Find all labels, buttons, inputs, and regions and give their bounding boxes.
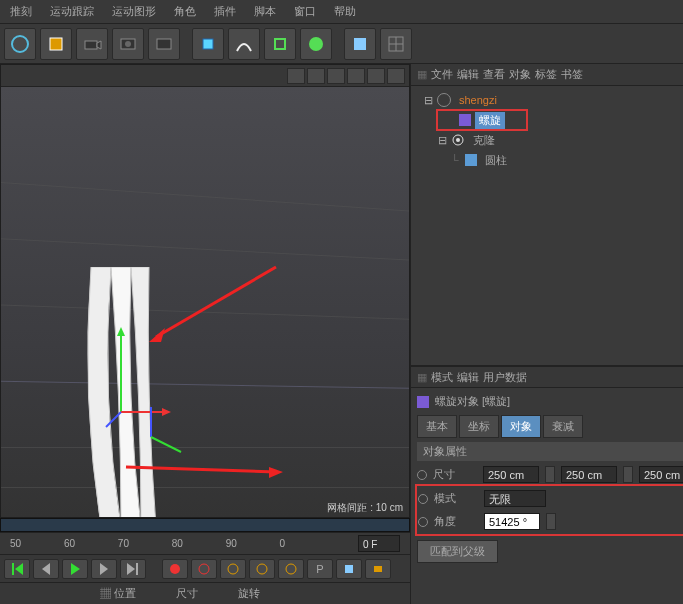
menu-item[interactable]: 脚本 [246,0,284,23]
render-settings-icon[interactable] [148,28,180,60]
size-y-field[interactable]: 250 cm [561,466,617,483]
key-opt-icon[interactable] [365,559,391,579]
svg-rect-8 [275,39,285,49]
goto-end-icon[interactable] [120,559,146,579]
grid-icon[interactable] [380,28,412,60]
record-icon[interactable] [162,559,188,579]
render-icon[interactable] [112,28,144,60]
floor-icon[interactable] [344,28,376,60]
size-z-field[interactable]: 250 cm [639,466,683,483]
object-name[interactable]: 圆柱 [481,152,511,169]
timeline-ruler[interactable]: 50 60 70 80 90 0 0 F [0,532,410,554]
ruler-tick: 70 [118,538,129,549]
angle-label: 角度 [434,514,478,529]
spinner-icon[interactable] [546,513,556,530]
viewport-btn[interactable] [327,68,345,84]
object-name[interactable]: shengzi [455,93,501,107]
anim-radio[interactable] [418,517,428,527]
key-pla-icon[interactable] [336,559,362,579]
deformer-icon[interactable] [300,28,332,60]
tree-row-cylinder[interactable]: └ 圆柱 [415,150,683,170]
om-menu-item[interactable]: 书签 [561,67,583,82]
svg-line-18 [106,412,121,427]
annotation-arrow [141,262,281,352]
spline-tool-icon[interactable] [228,28,260,60]
menu-item[interactable]: 角色 [166,0,204,23]
goto-start-icon[interactable] [4,559,30,579]
generator-icon[interactable] [264,28,296,60]
menu-item[interactable]: 帮助 [326,0,364,23]
tree-row-cloner[interactable]: ⊟ 克隆 ✓ [415,130,683,150]
viewport[interactable]: 网格间距 : 10 cm [0,64,410,518]
expand-icon[interactable]: ⊟ [437,134,447,147]
coord-tab-size[interactable]: 尺寸 [176,586,198,601]
coord-tab-rotation[interactable]: 旋转 [238,586,260,601]
prev-key-icon[interactable] [33,559,59,579]
camera-tool-icon[interactable] [76,28,108,60]
autokey-icon[interactable] [191,559,217,579]
key-param-icon[interactable]: P [307,559,333,579]
fit-to-parent-button[interactable]: 匹配到父级 [417,540,498,563]
cube-tool-icon[interactable] [40,28,72,60]
tree-row-twist[interactable]: 螺旋 [437,110,527,130]
attr-row-size: 尺寸 250 cm 250 cm 250 cm [417,463,683,486]
svg-rect-7 [203,39,213,49]
size-x-field[interactable]: 250 cm [483,466,539,483]
ruler-tick: 50 [10,538,21,549]
spinner-icon[interactable] [623,466,633,483]
om-menu-item[interactable]: 对象 [509,67,531,82]
primitive-cube-icon[interactable] [192,28,224,60]
attr-menu-item[interactable]: 用户数据 [483,370,527,385]
viewport-btn[interactable] [287,68,305,84]
anim-radio[interactable] [417,470,427,480]
om-menu-item[interactable]: 编辑 [457,67,479,82]
menu-item[interactable]: 窗口 [286,0,324,23]
attr-menu-item[interactable]: 模式 [431,370,453,385]
attr-tab-basic[interactable]: 基本 [417,415,457,438]
menu-item[interactable]: 运动图形 [104,0,164,23]
viewport-btn[interactable] [307,68,325,84]
spinner-icon[interactable] [545,466,555,483]
object-name[interactable]: 克隆 [469,132,499,149]
timeline-track[interactable] [0,518,410,532]
angle-field[interactable]: 51425 ° [484,513,540,530]
viewport-canvas[interactable]: 网格间距 : 10 cm [1,87,409,517]
next-key-icon[interactable] [91,559,117,579]
menu-item[interactable]: 运动跟踪 [42,0,102,23]
anim-radio[interactable] [418,494,428,504]
om-menu-item[interactable]: 文件 [431,67,453,82]
om-menu-item[interactable]: 标签 [535,67,557,82]
mode-label: 模式 [434,491,478,506]
attr-row-angle: 角度 51425 ° [418,510,683,533]
key-rot-icon[interactable] [278,559,304,579]
om-menu-item[interactable]: 查看 [483,67,505,82]
viewport-icon-bar [1,65,409,87]
viewport-btn[interactable] [347,68,365,84]
attr-tab-coord[interactable]: 坐标 [459,415,499,438]
key-scale-icon[interactable] [249,559,275,579]
cloner-icon [451,133,465,147]
tree-row-null[interactable]: ⊟ shengzi ✓ [415,90,683,110]
attr-menu-item[interactable]: 编辑 [457,370,479,385]
mode-dropdown[interactable]: 无限 [484,490,546,507]
live-selection-icon[interactable] [4,28,36,60]
object-name[interactable]: 螺旋 [475,112,505,129]
viewport-btn[interactable] [367,68,385,84]
menu-item[interactable]: 插件 [206,0,244,23]
expand-icon[interactable]: ⊟ [423,94,433,107]
current-frame-field[interactable]: 0 F [358,535,400,552]
menu-item[interactable]: 推刻 [2,0,40,23]
svg-point-5 [125,41,131,47]
attr-tab-object[interactable]: 对象 [501,415,541,438]
viewport-btn[interactable] [387,68,405,84]
svg-point-33 [199,564,209,574]
attr-object-title: 螺旋对象 [螺旋] [417,392,683,411]
key-pos-icon[interactable] [220,559,246,579]
play-icon[interactable] [62,559,88,579]
svg-point-34 [228,564,238,574]
attr-tab-falloff[interactable]: 衰减 [543,415,583,438]
svg-marker-20 [149,328,165,342]
svg-rect-38 [374,566,382,572]
object-manager-tree[interactable]: ⊟ shengzi ✓ 螺旋 ✓ ⊟ 克隆 ✓ └ 圆柱 [411,86,683,366]
coord-tab-position[interactable]: ▦ 位置 [100,586,136,601]
